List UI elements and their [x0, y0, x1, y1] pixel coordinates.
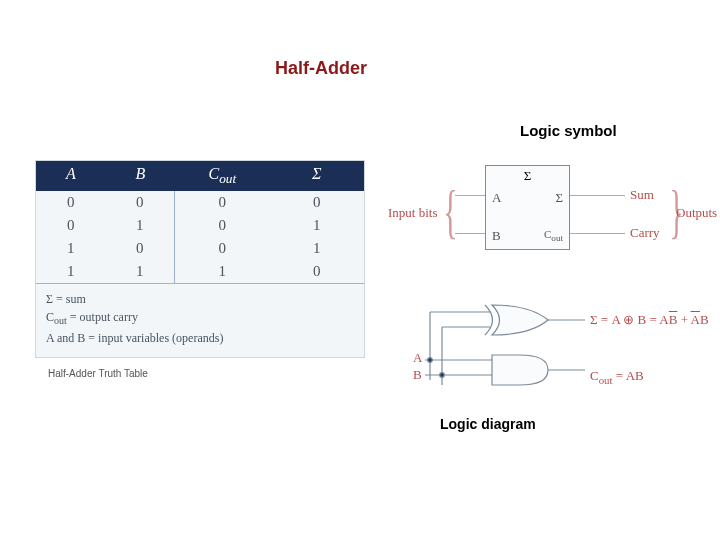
table-body: 0 0 0 0 0 1 0 1 1 0 0 1 1 1 1 0 — [36, 191, 364, 283]
sum-label: Sum — [630, 187, 654, 203]
sum-equation: Σ = A ⊕ B = AB + AB — [590, 312, 709, 328]
cell: 1 — [270, 237, 364, 260]
cell: 0 — [36, 214, 106, 237]
sigma-label: Σ — [524, 168, 532, 184]
cell: 1 — [106, 214, 176, 237]
wire — [570, 195, 625, 196]
table-row: 1 1 1 0 — [36, 260, 364, 283]
cell: 0 — [36, 191, 106, 214]
legend-inputs: A and B = input variables (operands) — [46, 329, 354, 347]
port-b: B — [492, 228, 501, 244]
col-header-b: B — [106, 161, 176, 191]
cell: 0 — [106, 191, 176, 214]
cell: 0 — [106, 237, 176, 260]
cell: 0 — [175, 237, 269, 260]
table-row: 1 0 0 1 — [36, 237, 364, 260]
col-header-a: A — [36, 161, 106, 191]
truth-table-caption: Half-Adder Truth Table — [48, 368, 148, 379]
logic-diagram-label: Logic diagram — [440, 416, 536, 432]
carry-label: Carry — [630, 225, 660, 241]
cell: 0 — [175, 191, 269, 214]
table-header: A B Cout Σ — [36, 161, 364, 191]
adder-symbol-box: Σ A B Σ Cout — [485, 165, 570, 250]
table-row: 0 0 0 0 — [36, 191, 364, 214]
wire — [570, 233, 625, 234]
col-header-cout: Cout — [175, 161, 269, 191]
wire — [455, 233, 485, 234]
col-header-sigma: Σ — [270, 161, 364, 191]
brace-icon: { — [443, 181, 457, 241]
page-title: Half-Adder — [275, 58, 367, 79]
input-bits-label: Input bits — [388, 205, 437, 221]
input-b-label: B — [413, 367, 422, 383]
cell: 1 — [36, 260, 106, 283]
port-sigma: Σ — [555, 190, 563, 206]
logic-symbol-label: Logic symbol — [520, 122, 617, 139]
truth-table: A B Cout Σ 0 0 0 0 0 1 0 1 1 0 0 1 1 1 1… — [35, 160, 365, 358]
logic-gate-diagram: A B Σ = A ⊕ B = AB + AB Cout = AB — [380, 300, 710, 415]
carry-equation: Cout = AB — [590, 368, 644, 386]
port-cout: Cout — [544, 228, 563, 243]
cell: 1 — [270, 214, 364, 237]
cell: 0 — [175, 214, 269, 237]
svg-point-8 — [428, 358, 433, 363]
cell: 0 — [270, 191, 364, 214]
legend-cout: Cout = output carry — [46, 308, 354, 328]
table-row: 0 1 0 1 — [36, 214, 364, 237]
cell: 1 — [175, 260, 269, 283]
outputs-label: Outputs — [676, 205, 717, 221]
cell: 0 — [270, 260, 364, 283]
port-a: A — [492, 190, 501, 206]
table-legend: Σ = sum Cout = output carry A and B = in… — [36, 283, 364, 356]
cell: 1 — [36, 237, 106, 260]
legend-sum: Σ = sum — [46, 290, 354, 308]
wire — [455, 195, 485, 196]
svg-point-9 — [440, 373, 445, 378]
input-a-label: A — [413, 350, 422, 366]
cell: 1 — [106, 260, 176, 283]
logic-symbol-diagram: { } Input bits Sum Carry Outputs Σ A B Σ… — [380, 155, 700, 265]
